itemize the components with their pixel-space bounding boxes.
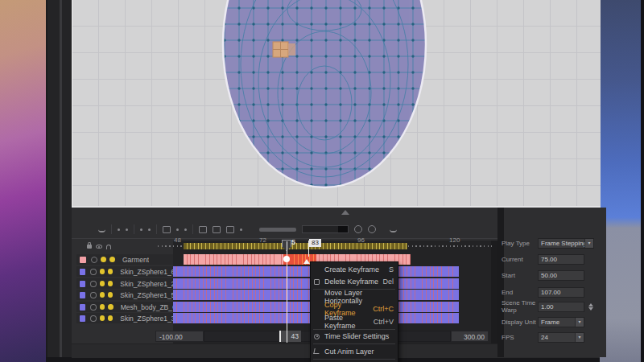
setting-label: Start (502, 272, 539, 279)
layer-list-header (87, 243, 135, 250)
display-unit-dropdown[interactable]: Frame ▾ (538, 317, 584, 327)
toolbar-icon[interactable] (240, 228, 242, 231)
layer-dot-icon[interactable] (101, 257, 106, 262)
range-max-field[interactable]: 300.00 (451, 331, 489, 342)
menu-item-time-slider-settings[interactable]: Time Slider Settings (311, 331, 398, 343)
layer-toggle-icon[interactable] (90, 304, 97, 311)
layer-name: Skin_ZSphere1_65 (120, 268, 173, 276)
toolbar-round-button[interactable] (354, 225, 362, 233)
layer-dot-icon[interactable] (108, 304, 113, 310)
layer-dot-icon[interactable] (108, 315, 113, 321)
screenshot-root: 48 72 96 120 5 83 Garment Skin_ZSphere1_… (0, 0, 644, 362)
fps-dropdown[interactable]: 24 ▾ (538, 332, 584, 343)
menu-item-cut-anim-layer[interactable]: Cut Anim Layer (311, 345, 398, 358)
chevron-down-icon[interactable]: ▾ (575, 333, 584, 342)
layer-color-swatch[interactable] (80, 304, 85, 311)
toolbar-icon[interactable] (148, 228, 151, 231)
current-frame-field[interactable]: 75.00 (538, 254, 584, 265)
toolbar-label (259, 228, 296, 232)
toolbar-icon[interactable] (126, 228, 128, 231)
visibility-eye-icon[interactable] (96, 245, 102, 249)
timeline-toolbar (77, 221, 489, 237)
toolbar-round-button[interactable] (368, 225, 376, 233)
step-up-icon (588, 303, 593, 306)
layer-row[interactable]: Mesh_body_ZB_G (76, 302, 173, 312)
layer-color-swatch[interactable] (80, 281, 85, 287)
layer-row[interactable]: Skin_ZSphere1_55 (76, 290, 173, 300)
setting-label: Scene Time Warp (502, 299, 539, 314)
chevron-down-icon[interactable]: ▾ (584, 239, 593, 248)
menu-item-delete-keyframe[interactable]: Delete KeyframeDel (311, 276, 398, 289)
layer-dot-icon[interactable] (100, 304, 105, 310)
layer-dot-icon[interactable] (108, 281, 113, 286)
panel-collapse-arrow-icon[interactable] (341, 210, 349, 215)
toolbar-slider[interactable] (302, 225, 349, 233)
keyframe-dot[interactable] (283, 256, 290, 262)
layer-toggle-icon[interactable] (90, 269, 96, 275)
layer-color-swatch[interactable] (80, 257, 86, 263)
app-window-left-edge (46, 0, 73, 362)
layer-dot-icon[interactable] (108, 292, 113, 298)
layer-name: Skin_ZSphere1_25 (120, 280, 173, 288)
layer-row[interactable]: Skin_ZSphere1_65 (76, 266, 173, 277)
layer-color-swatch[interactable] (80, 269, 85, 275)
setting-label: FPS (502, 334, 539, 341)
layer-dot-icon[interactable] (109, 257, 115, 262)
toolbar-icon[interactable] (118, 228, 120, 231)
setting-scene-time-warp: Scene Time Warp 1.00 (502, 301, 598, 312)
layer-dot-icon[interactable] (108, 269, 113, 274)
toolbar-icon[interactable] (176, 228, 179, 231)
ruler-tick: 96 (357, 237, 365, 244)
ghost-icon[interactable] (106, 245, 111, 249)
ruler-minor-ticks (158, 245, 183, 247)
toolbar-icon[interactable] (213, 226, 221, 233)
layer-toggle-icon[interactable] (90, 315, 96, 322)
end-frame-field[interactable]: 107.00 (538, 287, 584, 298)
layer-row[interactable]: Skin_ZSphere1_35 (76, 313, 173, 323)
menu-item-create-keyframe[interactable]: Create KeyframeS (311, 263, 398, 276)
layer-toggle-icon[interactable] (90, 292, 96, 298)
menu-item-paste-keyframe[interactable]: Paste KeyframeCtrl+V (311, 315, 398, 328)
playhead-frame-label: 5 (291, 238, 295, 246)
setting-label: Play Type (502, 240, 539, 247)
layer-toggle-icon[interactable] (90, 281, 96, 287)
setting-current: Current 75.00 (502, 253, 598, 265)
chevron-down-icon[interactable]: ▾ (575, 318, 584, 327)
toolbar-chevron-icon[interactable] (390, 227, 397, 232)
scene-time-warp-field[interactable]: 1.00 (538, 302, 584, 312)
layer-color-swatch[interactable] (80, 315, 85, 322)
range-min-field[interactable]: -100.00 (155, 331, 204, 342)
toolbar-icon[interactable] (140, 228, 142, 231)
layer-row[interactable]: Garment (76, 254, 173, 265)
keyframe-triangle[interactable] (303, 259, 310, 264)
start-frame-field[interactable]: 50.00 (538, 270, 584, 281)
keyframe-context-menu: Create KeyframeS Delete KeyframeDel Move… (310, 261, 398, 362)
toolbar-icon[interactable] (199, 226, 207, 233)
toolbar-icon[interactable] (226, 226, 234, 233)
setting-end: End 107.00 (502, 286, 598, 298)
setting-value: 1.00 (541, 303, 554, 311)
layer-dot-icon[interactable] (100, 292, 105, 298)
layer-row[interactable]: Skin_ZSphere1_25 (76, 278, 173, 289)
stepper-buttons[interactable] (587, 302, 594, 312)
layer-dot-icon[interactable] (100, 281, 105, 286)
toolbar-icon[interactable] (163, 226, 171, 233)
garment-mesh[interactable] (72, 0, 601, 206)
layer-color-swatch[interactable] (80, 292, 85, 298)
frame-marker-flag[interactable]: 83 (309, 239, 321, 247)
toolbar-icon[interactable] (184, 228, 187, 231)
layer-dot-icon[interactable] (100, 269, 105, 274)
setting-value: 75.00 (541, 256, 557, 263)
collapse-chevron-icon[interactable] (98, 227, 105, 232)
selected-faces-patch (273, 42, 295, 57)
range-current-handle[interactable]: 43 (279, 331, 301, 342)
layer-dot-icon[interactable] (100, 315, 105, 321)
ruler-tick: 48 (174, 237, 181, 244)
setting-value: 24 (541, 334, 548, 341)
layer-toggle-icon[interactable] (91, 257, 97, 263)
lock-icon[interactable] (87, 245, 92, 249)
setting-label: Display Unit (502, 319, 539, 326)
play-type-dropdown[interactable]: Frame Stepping ▾ (538, 238, 594, 249)
setting-value: Frame Stepping (541, 240, 587, 247)
viewport-3d[interactable] (72, 0, 601, 208)
